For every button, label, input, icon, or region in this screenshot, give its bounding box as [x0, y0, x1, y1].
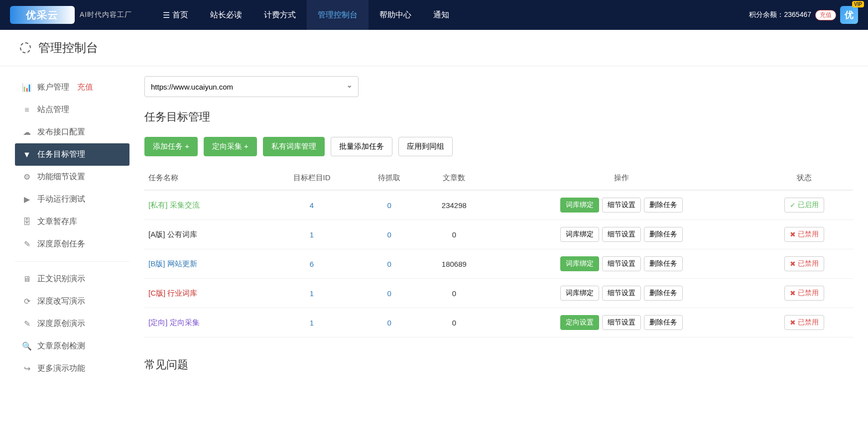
x-icon: ✖: [790, 319, 796, 326]
detail-button[interactable]: 细节设置: [602, 315, 641, 330]
cell-articles: 0: [420, 279, 488, 308]
col-header: 文章数: [420, 166, 488, 190]
cell-col_id: 6: [265, 249, 358, 279]
status-badge[interactable]: ✖ 已禁用: [784, 286, 824, 301]
cell-col_id: 1: [265, 308, 358, 337]
del-button[interactable]: 删除任务: [644, 198, 683, 213]
section-title: 任务目标管理: [144, 109, 853, 124]
check-icon: ✓: [790, 201, 796, 209]
status-badge[interactable]: ✓ 已启用: [784, 198, 824, 213]
nav-item-计费方式[interactable]: 计费方式: [253, 0, 307, 30]
logo-tagline: AI时代内容工厂: [80, 10, 132, 19]
vip-badge: VIP: [852, 1, 864, 7]
page-title: 管理控制台: [38, 40, 98, 56]
top-navbar: 优采云 AI时代内容工厂 ☰首页站长必读计费方式管理控制台帮助中心通知 积分余额…: [0, 0, 868, 30]
targeted-collect-button[interactable]: 定向采集 +: [204, 137, 257, 156]
cell-col_id: 4: [265, 190, 358, 220]
cell-articles: 0: [420, 220, 488, 249]
sidebar-item-任务目标管理[interactable]: ▼任务目标管理: [15, 143, 129, 166]
status-badge[interactable]: ✖ 已禁用: [784, 256, 824, 271]
avatar[interactable]: 优 VIP: [840, 6, 858, 24]
bind-button[interactable]: 词库绑定: [560, 256, 599, 271]
site-select[interactable]: https://www.ucaiyun.com: [144, 76, 359, 97]
recharge-link[interactable]: 充值: [77, 82, 93, 93]
table-row: [B版] 网站更新60180689词库绑定细节设置删除任务✖ 已禁用: [144, 249, 853, 279]
sidebar-item-功能细节设置[interactable]: ⚙功能细节设置: [15, 166, 129, 188]
nav-label: 通知: [433, 10, 449, 20]
status-badge[interactable]: ✖ 已禁用: [784, 227, 824, 242]
status-badge[interactable]: ✖ 已禁用: [784, 315, 824, 330]
sidebar-item-深度改写演示[interactable]: ⟳深度改写演示: [15, 290, 129, 313]
sliders-icon: ⚙: [22, 172, 31, 182]
sidebar-item-label: 深度改写演示: [37, 296, 85, 307]
sidebar-item-深度原创任务[interactable]: ✎深度原创任务: [15, 233, 129, 255]
cloud-upload-icon: ☁: [22, 127, 31, 137]
database-icon: 🗄: [22, 217, 31, 226]
menu-icon: ☰: [163, 10, 170, 20]
task-name-link[interactable]: [B版] 网站更新: [148, 259, 197, 268]
sidebar-item-正文识别演示[interactable]: 🖥正文识别演示: [15, 268, 129, 290]
task-name-link[interactable]: [C版] 行业词库: [148, 289, 197, 297]
task-name-link[interactable]: [定向] 定向采集: [148, 318, 200, 326]
task-name-link[interactable]: [A版] 公有词库: [148, 230, 197, 238]
del-button[interactable]: 删除任务: [644, 315, 683, 330]
col-header: 待抓取: [358, 166, 420, 190]
main-content: https://www.ucaiyun.com 任务目标管理 添加任务 + 定向…: [144, 76, 853, 385]
sidebar-item-label: 文章暂存库: [37, 216, 77, 227]
bulk-add-button[interactable]: 批量添加任务: [331, 137, 392, 156]
sidebar-item-文章暂存库[interactable]: 🗄文章暂存库: [15, 211, 129, 233]
table-row: [C版] 行业词库100词库绑定细节设置删除任务✖ 已禁用: [144, 279, 853, 308]
sidebar-item-label: 账户管理: [37, 82, 69, 93]
x-icon: ✖: [790, 260, 796, 268]
del-button[interactable]: 删除任务: [644, 227, 683, 242]
points-label: 积分余额：2365467: [749, 10, 811, 19]
nav-right: 积分余额：2365467 充值 优 VIP: [749, 6, 858, 24]
del-button[interactable]: 删除任务: [644, 256, 683, 271]
sidebar-item-label: 深度原创演示: [37, 319, 85, 329]
detail-button[interactable]: 细节设置: [602, 286, 641, 301]
add-task-button[interactable]: 添加任务 +: [144, 137, 198, 156]
bind-button[interactable]: 词库绑定: [560, 227, 599, 242]
funnel-icon: ▼: [22, 150, 31, 159]
sidebar-item-label: 任务目标管理: [37, 149, 85, 160]
nav-label: 帮助中心: [379, 10, 411, 20]
monitor-icon: 🖥: [22, 275, 31, 284]
target_set-button[interactable]: 定向设置: [560, 315, 599, 330]
apply-group-button[interactable]: 应用到同组: [398, 137, 453, 156]
nav-item-管理控制台[interactable]: 管理控制台: [307, 0, 369, 30]
private-lib-button[interactable]: 私有词库管理: [263, 137, 325, 156]
sidebar-item-label: 手动运行测试: [37, 194, 85, 205]
detail-button[interactable]: 细节设置: [602, 227, 641, 242]
page-header: 管理控制台: [0, 30, 868, 66]
detail-button[interactable]: 细节设置: [602, 198, 641, 213]
col-header: 目标栏目ID: [265, 166, 358, 190]
sidebar-item-label: 功能细节设置: [37, 172, 85, 182]
nav-label: 管理控制台: [318, 10, 358, 20]
nav-item-首页[interactable]: ☰首页: [152, 0, 199, 30]
nav-item-帮助中心[interactable]: 帮助中心: [369, 0, 422, 30]
nav-item-通知[interactable]: 通知: [422, 0, 460, 30]
sidebar-item-账户管理[interactable]: 📊账户管理充值: [15, 76, 129, 99]
cell-articles: 234298: [420, 190, 488, 220]
sidebar-item-手动运行测试[interactable]: ▶手动运行测试: [15, 188, 129, 211]
cell-pending: 0: [358, 190, 420, 220]
cell-col_id: 1: [265, 220, 358, 249]
faq-title: 常见问题: [144, 357, 853, 372]
detail-button[interactable]: 细节设置: [602, 256, 641, 271]
del-button[interactable]: 删除任务: [644, 286, 683, 301]
sidebar-item-label: 正文识别演示: [37, 274, 85, 284]
sidebar-item-更多演示功能[interactable]: ↪更多演示功能: [15, 357, 129, 380]
task-name-link[interactable]: [私有] 采集交流: [148, 201, 200, 209]
sidebar-item-站点管理[interactable]: ≡站点管理: [15, 99, 129, 121]
sidebar-item-发布接口配置[interactable]: ☁发布接口配置: [15, 121, 129, 143]
bind-button[interactable]: 词库绑定: [560, 198, 599, 213]
nav-menu: ☰首页站长必读计费方式管理控制台帮助中心通知: [152, 0, 460, 30]
bind-button[interactable]: 词库绑定: [560, 286, 599, 301]
nav-item-站长必读[interactable]: 站长必读: [199, 0, 253, 30]
recharge-button[interactable]: 充值: [815, 10, 836, 20]
cell-pending: 0: [358, 279, 420, 308]
edit-icon: ✎: [22, 319, 31, 328]
sidebar-item-深度原创演示[interactable]: ✎深度原创演示: [15, 313, 129, 335]
sidebar-item-文章原创检测[interactable]: 🔍文章原创检测: [15, 335, 129, 357]
logo[interactable]: 优采云 AI时代内容工厂: [10, 6, 132, 24]
